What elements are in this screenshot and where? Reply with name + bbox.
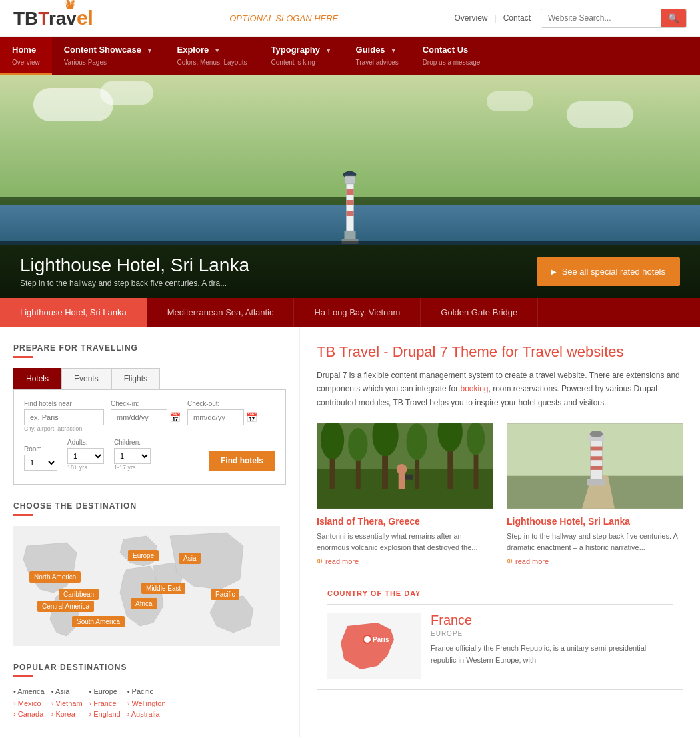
adults-label: Adults: [67, 439, 104, 446]
checkin-input[interactable] [111, 409, 167, 425]
see-hotels-button[interactable]: See all special rated hotels [537, 257, 680, 286]
nav-item-contact[interactable]: Contact Us Drop us a message [411, 37, 493, 75]
booking-form: Find hotels near City, airport, attracti… [13, 389, 286, 485]
search-button[interactable]: 🔍 [661, 9, 686, 27]
adults-select[interactable]: 123 [67, 448, 104, 464]
dest-australia[interactable]: Australia [131, 710, 160, 718]
room-select[interactable]: 123 [24, 455, 57, 471]
nav-item-typography[interactable]: Typography ▼ Content is king [259, 37, 344, 75]
dest-wellington[interactable]: Wellington [131, 699, 165, 707]
dest-mexico[interactable]: Mexico [18, 699, 41, 707]
hero-title: Lighthouse Hotel, Sri Lanka [20, 255, 249, 276]
region-middle-east[interactable]: Middle East [141, 583, 185, 594]
booking-tab-events[interactable]: Events [61, 368, 111, 389]
card-lighthouse-readmore[interactable]: read more [507, 557, 683, 565]
content-description: Drupal 7 is a flexible content managemen… [317, 369, 683, 409]
region-north-america[interactable]: North America [29, 571, 81, 583]
dest-heading-pacific: Pacific [127, 687, 166, 695]
adults-group: Adults: 123 18+ yrs [67, 439, 104, 471]
children-label: Children: [114, 439, 151, 446]
booking-tab-flights[interactable]: Flights [111, 368, 160, 389]
region-pacific[interactable]: Pacific [211, 589, 239, 600]
nav-link-explore[interactable]: Explore ▼ [165, 37, 259, 59]
popular-destinations: POPULAR DESTINATIONS America Mexico Cana… [13, 663, 286, 721]
hero-tab-1[interactable]: Lighthouse Hotel, Sri Lanka [0, 298, 147, 327]
svg-point-15 [348, 428, 367, 461]
dest-korea[interactable]: Korea [55, 710, 75, 718]
booking-tab-hotels[interactable]: Hotels [13, 368, 61, 389]
sitemap-link[interactable]: Overview [455, 13, 488, 23]
find-hotels-button[interactable]: Find hotels [209, 451, 275, 471]
region-caribbean[interactable]: Caribbean [59, 589, 99, 600]
country-day-label-colored: DAY [404, 589, 421, 597]
svg-rect-34 [591, 466, 603, 470]
checkin-calendar-icon[interactable]: 📅 [169, 412, 181, 423]
nav-item-content-showcase[interactable]: Content Showcase ▼ Various Pages [52, 37, 165, 75]
region-south-america[interactable]: South America [72, 616, 125, 627]
card-thera-desc: Santorini is essentially what remains af… [317, 531, 493, 553]
popular-title: POPULAR DESTINATIONS [13, 663, 286, 672]
booking-link[interactable]: booking [460, 384, 488, 393]
checkout-calendar-icon[interactable]: 📅 [246, 412, 257, 423]
region-asia[interactable]: Asia [179, 553, 201, 564]
main-nav: Home Overview Content Showcase ▼ Various… [0, 37, 700, 75]
dropdown-arrow: ▼ [390, 47, 397, 54]
checkout-input[interactable] [187, 409, 244, 425]
nav-link-typography[interactable]: Typography ▼ [259, 37, 344, 59]
dest-france[interactable]: France [93, 699, 116, 707]
nav-link-contact[interactable]: Contact Us [411, 37, 493, 59]
slogan: OPTIONAL SLOGAN HERE [229, 13, 338, 23]
header-links: Overview | Contact [455, 13, 531, 23]
cloud-3 [567, 101, 633, 128]
country-map: Paris [327, 613, 421, 679]
svg-rect-26 [405, 475, 413, 480]
checkin-group: Check-in: 📅 [111, 400, 181, 432]
svg-rect-5 [347, 200, 354, 205]
cloud-2 [100, 81, 153, 105]
dest-england[interactable]: England [93, 710, 120, 718]
search-input[interactable] [541, 9, 661, 27]
dest-heading-europe: Europe [89, 687, 121, 695]
dest-canada[interactable]: Canada [18, 710, 44, 718]
hero-tab-2[interactable]: Mediterranean Sea, Atlantic [147, 298, 295, 327]
nav-item-guides[interactable]: Guides ▼ Travel advices [344, 37, 411, 75]
destination-underline [13, 514, 33, 516]
children-hint: 1-17 yrs [114, 464, 151, 471]
country-region: EUROPE [431, 630, 673, 637]
card-thera: Island of Thera, Greece Santorini is ess… [317, 423, 493, 565]
dest-col-europe: Europe France England [89, 687, 121, 721]
region-central-america[interactable]: Central America [37, 601, 94, 612]
svg-text:Paris: Paris [373, 636, 389, 643]
booking-tabs: Hotels Events Flights [13, 368, 286, 389]
hero-overlay: Lighthouse Hotel, Sri Lanka Step in to t… [0, 241, 700, 298]
hero-tab-3[interactable]: Ha Long Bay, Vietnam [294, 298, 421, 327]
nav-item-home[interactable]: Home Overview [0, 37, 52, 75]
form-row-2: Room 123 Adults: 123 18+ yrs Children: 1… [24, 439, 275, 471]
find-hotels-group: Find hotels near City, airport, attracti… [24, 400, 104, 432]
prepare-title: PREPARE FOR TRAVELLING [13, 343, 286, 353]
svg-rect-6 [347, 211, 354, 216]
dropdown-arrow: ▼ [147, 47, 153, 54]
header: TBTra vel OPTIONAL SLOGAN HERE Overview … [0, 0, 700, 37]
room-group: Room 123 [24, 445, 57, 471]
header-right: Overview | Contact 🔍 [455, 9, 687, 28]
region-africa[interactable]: Africa [131, 598, 157, 609]
nav-link-guides[interactable]: Guides ▼ [344, 37, 411, 59]
dropdown-arrow: ▼ [325, 47, 332, 54]
nav-item-explore[interactable]: Explore ▼ Colors, Menus, Layouts [165, 37, 259, 75]
region-europe[interactable]: Europe [128, 550, 159, 561]
children-select[interactable]: 123 [114, 448, 151, 464]
hero-tab-4[interactable]: Golden Gate Bridge [421, 298, 538, 327]
dest-vietnam[interactable]: Vietnam [55, 699, 82, 707]
logo-flame: vel [66, 7, 93, 29]
nav-link-content-showcase[interactable]: Content Showcase ▼ [52, 37, 165, 59]
checkout-group: Check-out: 📅 [187, 400, 257, 432]
card-thera-readmore[interactable]: read more [317, 557, 493, 565]
nav-link-home[interactable]: Home [0, 37, 52, 59]
world-map: North America Caribbean Central America … [13, 526, 280, 646]
contact-link[interactable]: Contact [503, 13, 531, 23]
svg-point-23 [467, 423, 485, 455]
checkin-label: Check-in: [111, 400, 181, 407]
hero-lighthouse [335, 161, 365, 250]
find-hotels-input[interactable] [24, 409, 104, 425]
